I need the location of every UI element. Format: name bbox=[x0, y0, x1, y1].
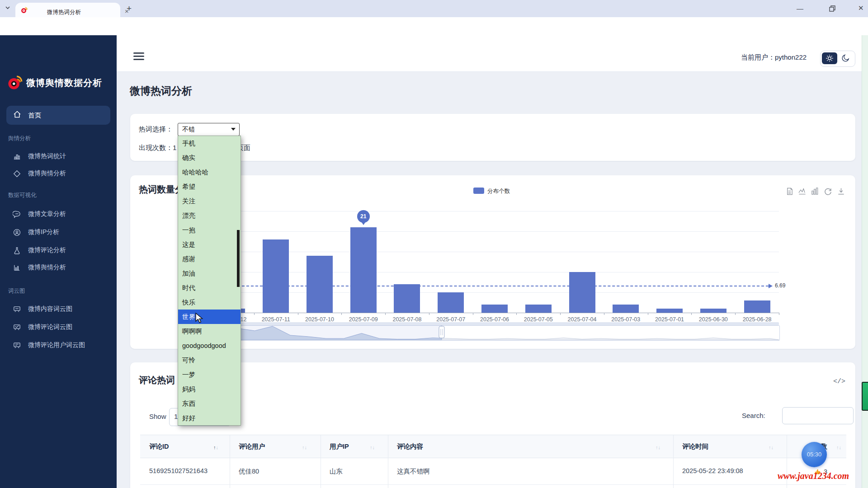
toolbox-bar-chart-icon[interactable] bbox=[811, 187, 820, 196]
chevron-down-icon bbox=[231, 128, 236, 133]
dropdown-option[interactable]: 东西 bbox=[178, 396, 241, 411]
sidebar-item-comment-analysis[interactable]: 微博评论分析 bbox=[6, 242, 110, 258]
browser-tab[interactable]: 微博热词分析 × bbox=[15, 3, 120, 17]
dropdown-option[interactable]: 世界 bbox=[178, 310, 241, 324]
sort-icon[interactable]: ↑↓ bbox=[656, 443, 660, 451]
dropdown-option[interactable]: 希望 bbox=[178, 179, 241, 194]
dropdown-option[interactable]: 手机 bbox=[178, 136, 241, 150]
sidebar-item-label: 首页 bbox=[28, 111, 41, 120]
table-column-divider bbox=[230, 435, 230, 488]
sidebar-item-label: 微博评论用户词云图 bbox=[28, 341, 85, 349]
window-minimize-button[interactable]: — bbox=[797, 5, 803, 12]
favicon-weibo-icon bbox=[21, 6, 28, 15]
sidebar-item-label: 微博舆情分析 bbox=[28, 263, 66, 272]
tag-icon bbox=[13, 169, 21, 178]
theme-toggle[interactable] bbox=[820, 51, 855, 67]
sort-icon[interactable]: ↑↓ bbox=[769, 443, 774, 451]
page-scrollbar-track[interactable] bbox=[862, 35, 868, 488]
dropdown-option[interactable]: goodgoodgood bbox=[178, 338, 241, 353]
table-border bbox=[140, 484, 846, 485]
sidebar-item-label: 微博评论分析 bbox=[28, 246, 66, 254]
sort-icon[interactable]: ↑↓ bbox=[370, 443, 375, 451]
datazoom-shape[interactable] bbox=[439, 326, 444, 338]
sidebar-item-sentiment-analysis-2[interactable]: 微博舆情分析 bbox=[6, 259, 110, 276]
tab-search-icon[interactable] bbox=[5, 5, 14, 14]
window-close-button[interactable]: ✕ bbox=[858, 4, 864, 12]
page-scrollbar-thumb[interactable] bbox=[862, 382, 868, 411]
sidebar-item-article-analysis[interactable]: 微博文章分析 bbox=[6, 206, 110, 222]
table-column-divider bbox=[388, 435, 388, 488]
code-icon[interactable]: </> bbox=[833, 378, 845, 385]
sidebar-item-comment-wordcloud[interactable]: 微博评论词云图 bbox=[6, 319, 110, 335]
comments-card-title: 评论热词 bbox=[139, 374, 175, 386]
occurrence-text: 出现次数：1 bbox=[139, 144, 176, 152]
sidebar-item-comment-user-wordcloud[interactable]: 微博评论用户词云图 bbox=[6, 337, 110, 353]
new-tab-button[interactable]: + bbox=[127, 4, 132, 14]
dropdown-option[interactable]: 快乐 bbox=[178, 295, 241, 310]
toolbox-line-chart-icon[interactable] bbox=[798, 187, 807, 196]
sort-icon[interactable]: ↑↓ bbox=[213, 443, 218, 451]
sidebar-item-sentiment-analysis[interactable]: 微博舆情分析 bbox=[6, 165, 110, 182]
table-column-divider bbox=[673, 435, 674, 488]
search-input[interactable] bbox=[782, 407, 854, 424]
sidebar-section-label: 数据可视化 bbox=[8, 192, 37, 199]
col-header-comment-time[interactable]: 评论时间 bbox=[682, 442, 708, 451]
sidebar-item-label: 微博IP分析 bbox=[28, 228, 59, 236]
sidebar-section-label: 词云图 bbox=[8, 287, 25, 295]
hamburger-menu-icon[interactable] bbox=[133, 52, 144, 61]
chat-bubble-icon bbox=[13, 210, 21, 219]
toolbox-dataview-icon[interactable] bbox=[785, 187, 794, 196]
hotword-select[interactable]: 不错 bbox=[178, 123, 240, 136]
window-restore-button[interactable] bbox=[829, 5, 835, 14]
home-icon bbox=[13, 110, 22, 119]
dark-mode-button[interactable] bbox=[838, 52, 853, 64]
browser-toolbar: ← → ⟳ 127.0.0.1:5000/page/hotWord?word=不… bbox=[0, 17, 868, 36]
sidebar-item-content-wordcloud[interactable]: 微博内容词云图 bbox=[6, 301, 110, 317]
col-header-comment-user[interactable]: 评论用户 bbox=[239, 442, 265, 451]
toolbox-restore-icon[interactable] bbox=[824, 187, 833, 196]
sort-icon[interactable]: ↑↓ bbox=[302, 443, 307, 451]
app-logo-weibo-icon bbox=[7, 74, 24, 92]
cell-comment-content: 这真不错啊 bbox=[397, 467, 430, 476]
search-label: Search: bbox=[742, 412, 765, 419]
dropdown-option[interactable]: 这是 bbox=[178, 237, 241, 252]
light-mode-button[interactable] bbox=[822, 52, 837, 64]
table-border bbox=[140, 458, 846, 458]
current-user-text: 当前用户：python222 bbox=[741, 53, 807, 62]
dropdown-option[interactable]: 啊啊啊 bbox=[178, 324, 241, 338]
timer-badge[interactable]: 05:30 bbox=[802, 442, 827, 467]
dropdown-option[interactable]: 好好 bbox=[178, 411, 241, 425]
dropdown-option[interactable]: 关注 bbox=[178, 194, 241, 208]
dropdown-option[interactable]: 一抱 bbox=[178, 223, 241, 237]
sidebar-item-ip-analysis[interactable]: 微博IP分析 bbox=[6, 224, 110, 240]
cell-comment-time: 2025-05-22 23:49:08 bbox=[682, 467, 743, 474]
sidebar-item-label: 微博评论词云图 bbox=[28, 323, 72, 331]
dropdown-option[interactable]: 加油 bbox=[178, 266, 241, 281]
dropdown-option[interactable]: 一梦 bbox=[178, 367, 241, 382]
toolbox-download-icon[interactable] bbox=[837, 187, 846, 196]
hotword-select-value: 不错 bbox=[182, 126, 195, 134]
hotword-select-label: 热词选择： bbox=[139, 125, 173, 134]
dropdown-option[interactable]: 可怜 bbox=[178, 353, 241, 367]
legend-label[interactable]: 分布个数 bbox=[487, 188, 510, 195]
dropdown-option[interactable]: 妈妈 bbox=[178, 382, 241, 396]
dropdown-option[interactable]: 感谢 bbox=[178, 252, 241, 266]
col-header-comment-content[interactable]: 评论内容 bbox=[397, 442, 423, 451]
sidebar-item-hotword-stats[interactable]: 微博热词统计 bbox=[6, 148, 110, 164]
hotword-dropdown-popup[interactable]: 手机确实哈哈哈哈希望关注漂亮一抱这是感谢加油时代快乐世界啊啊啊goodgoodg… bbox=[178, 136, 241, 426]
col-header-comment-id[interactable]: 评论ID bbox=[149, 442, 169, 451]
sidebar-item-label: 微博文章分析 bbox=[28, 210, 66, 218]
sort-icon[interactable]: ↑↓ bbox=[836, 443, 841, 451]
dropdown-option[interactable]: 哈哈哈哈 bbox=[178, 165, 241, 179]
sidebar-section-label: 舆情分析 bbox=[8, 135, 31, 142]
sidebar-item-home[interactable]: 首页 bbox=[6, 106, 110, 125]
col-header-user-ip[interactable]: 用户IP bbox=[330, 442, 349, 451]
dropdown-option[interactable]: 确实 bbox=[178, 150, 241, 165]
tab-title: 微博热词分析 bbox=[47, 9, 115, 16]
datazoom-silhouette[interactable] bbox=[210, 322, 779, 340]
sidebar-item-label: 微博热词统计 bbox=[28, 152, 66, 160]
legend-swatch[interactable] bbox=[473, 188, 484, 194]
dropdown-option[interactable]: 时代 bbox=[178, 281, 241, 295]
dropdown-scrollbar[interactable] bbox=[237, 230, 240, 287]
dropdown-option[interactable]: 漂亮 bbox=[178, 208, 241, 223]
